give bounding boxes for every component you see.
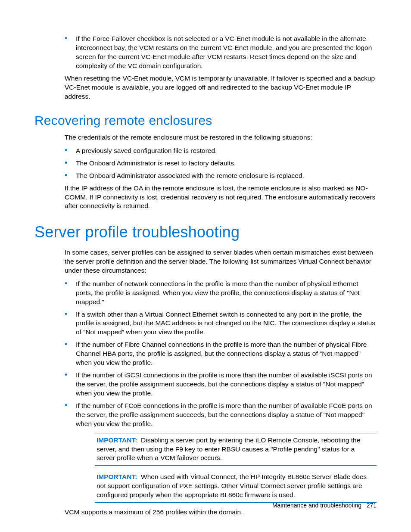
important-callout-1: IMPORTANT: Disabling a server port by en… (95, 433, 377, 466)
list-item: If the number of Fibre Channel connectio… (65, 340, 377, 367)
heading-recovering: Recovering remote enclosures (34, 112, 377, 130)
list-item: If the number of network connections in … (65, 280, 377, 307)
troubleshooting-bullets: If the number of network connections in … (65, 280, 377, 429)
list-item: If the number of iSCSI connections in th… (65, 371, 377, 398)
important-text: When used with Virtual Connect, the HP I… (97, 473, 367, 498)
list-item: A previously saved configuration file is… (65, 146, 377, 156)
important-label: IMPORTANT: (97, 473, 137, 480)
footer-section: Maintenance and troubleshooting (272, 502, 361, 509)
body-paragraph: In some cases, server profiles can be as… (65, 248, 377, 275)
top-bullets: If the Force Failover checkbox is not se… (65, 34, 377, 71)
recovering-bullets: A previously saved configuration file is… (65, 146, 377, 180)
body-paragraph: The credentials of the remote enclosure … (65, 133, 377, 142)
footer-page-number: 271 (367, 502, 377, 509)
troubleshooting-body: In some cases, server profiles can be as… (65, 248, 377, 503)
body-paragraph: When resetting the VC-Enet module, VCM i… (65, 74, 377, 101)
page: If the Force Failover checkbox is not se… (0, 0, 411, 532)
list-item: If a switch other than a Virtual Connect… (65, 310, 377, 337)
heading-troubleshooting: Server profile troubleshooting (34, 222, 377, 243)
important-callout-2: IMPORTANT: When used with Virtual Connec… (95, 470, 377, 503)
top-section: If the Force Failover checkbox is not se… (65, 34, 377, 101)
list-item: The Onboard Administrator associated wit… (65, 171, 377, 180)
body-paragraph: If the IP address of the OA in the remot… (65, 184, 377, 211)
list-item: The Onboard Administrator is reset to fa… (65, 159, 377, 168)
list-item: If the Force Failover checkbox is not se… (65, 34, 377, 71)
important-label: IMPORTANT: (97, 436, 137, 444)
list-item: If the number of FCoE connections in the… (65, 401, 377, 429)
recovering-body: The credentials of the remote enclosure … (65, 133, 377, 211)
page-footer: Maintenance and troubleshooting 271 (272, 501, 377, 510)
